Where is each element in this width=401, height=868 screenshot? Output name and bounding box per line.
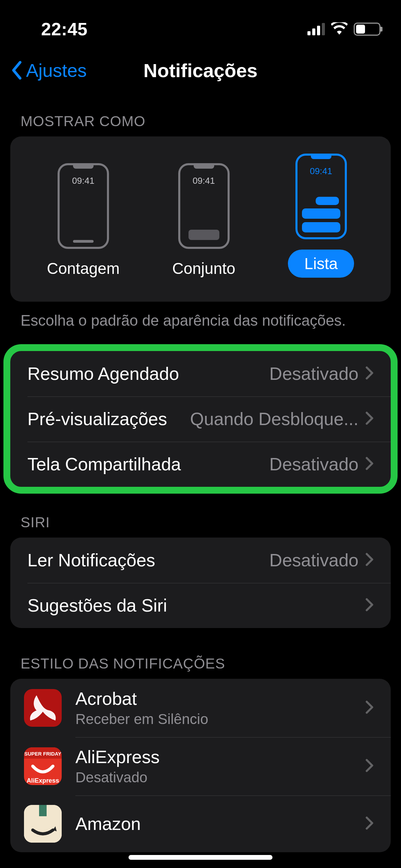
- battery-icon: [354, 23, 380, 36]
- chevron-right-icon: [365, 700, 374, 715]
- section-header-display-as: MOSTRAR COMO: [0, 93, 401, 136]
- section-header-siri: SIRI: [0, 487, 401, 538]
- home-indicator[interactable]: [129, 855, 272, 860]
- row-label: Resumo Agendado: [27, 363, 179, 384]
- row-label: Pré-visualizações: [27, 409, 167, 429]
- row-value: Desativado: [269, 550, 359, 570]
- chevron-right-icon: [365, 816, 374, 831]
- cellular-icon: [307, 23, 325, 35]
- phone-preview-list-icon: 09:41: [295, 154, 347, 239]
- status-indicators: [307, 22, 380, 36]
- row-scheduled-summary[interactable]: Resumo Agendado Desativado: [10, 351, 391, 396]
- phone-preview-count-icon: 09:41: [58, 163, 109, 249]
- display-option-count-label: Contagem: [47, 259, 120, 278]
- row-show-previews[interactable]: Pré-visualizações Quando Desbloque...: [10, 396, 391, 442]
- page-title: Notificações: [144, 59, 258, 82]
- display-option-stack[interactable]: 09:41 Conjunto: [172, 163, 235, 278]
- display-option-list[interactable]: 09:41 Lista: [288, 154, 354, 278]
- app-row-aliexpress[interactable]: SUPER FRIDAY AliExpress AliExpress Desat…: [10, 737, 391, 795]
- wifi-icon: [331, 22, 348, 36]
- app-name: Amazon: [75, 813, 359, 834]
- row-screen-sharing[interactable]: Tela Compartilhada Desativado: [10, 442, 391, 487]
- row-label: Sugestões da Siri: [27, 595, 167, 616]
- app-icon-aliexpress: SUPER FRIDAY AliExpress: [24, 747, 62, 785]
- display-as-group: 09:41 Contagem 09:41 Conjunto 09:41: [10, 136, 391, 302]
- chevron-right-icon: [365, 598, 374, 613]
- row-siri-suggestions[interactable]: Sugestões da Siri: [10, 583, 391, 628]
- status-bar: 22:45: [0, 0, 401, 48]
- row-value: Desativado: [269, 363, 359, 384]
- chevron-right-icon: [365, 411, 374, 426]
- app-sub: Desativado: [75, 769, 359, 786]
- display-option-list-label: Lista: [288, 250, 354, 278]
- app-icon-acrobat: [24, 689, 62, 727]
- app-row-amazon[interactable]: Amazon: [10, 795, 391, 852]
- status-time: 22:45: [21, 19, 88, 39]
- chevron-right-icon: [365, 759, 374, 774]
- row-value: Desativado: [269, 454, 359, 474]
- display-option-stack-label: Conjunto: [172, 259, 235, 278]
- svg-text:SUPER FRIDAY: SUPER FRIDAY: [24, 751, 61, 757]
- section-footer-display-as: Escolha o padrão de aparência das notifi…: [0, 302, 401, 330]
- nav-header: Ajustes Notificações: [0, 48, 401, 93]
- back-label: Ajustes: [26, 60, 87, 81]
- row-value: Quando Desbloque...: [178, 409, 359, 429]
- chevron-left-icon: [10, 60, 23, 80]
- back-button[interactable]: Ajustes: [10, 60, 87, 81]
- app-name: AliExpress: [75, 747, 359, 767]
- row-label: Ler Notificações: [27, 550, 155, 570]
- section-header-notification-style: ESTILO DAS NOTIFICAÇÕES: [0, 628, 401, 679]
- notification-style-group: Acrobat Receber em Silêncio SUPER FRIDAY…: [10, 679, 391, 852]
- svg-rect-4: [39, 805, 47, 816]
- app-name: Acrobat: [75, 688, 359, 709]
- phone-preview-stack-icon: 09:41: [178, 163, 230, 249]
- row-announce-notifications[interactable]: Ler Notificações Desativado: [10, 538, 391, 583]
- chevron-right-icon: [365, 553, 374, 568]
- chevron-right-icon: [365, 366, 374, 381]
- svg-text:AliExpress: AliExpress: [27, 777, 59, 784]
- app-icon-amazon: [24, 805, 62, 843]
- app-row-acrobat[interactable]: Acrobat Receber em Silêncio: [10, 679, 391, 737]
- chevron-right-icon: [365, 457, 374, 472]
- notification-settings-group: Resumo Agendado Desativado Pré-visualiza…: [10, 351, 391, 487]
- display-option-count[interactable]: 09:41 Contagem: [47, 163, 120, 278]
- siri-group: Ler Notificações Desativado Sugestões da…: [10, 538, 391, 628]
- row-label: Tela Compartilhada: [27, 454, 181, 474]
- app-sub: Receber em Silêncio: [75, 711, 359, 727]
